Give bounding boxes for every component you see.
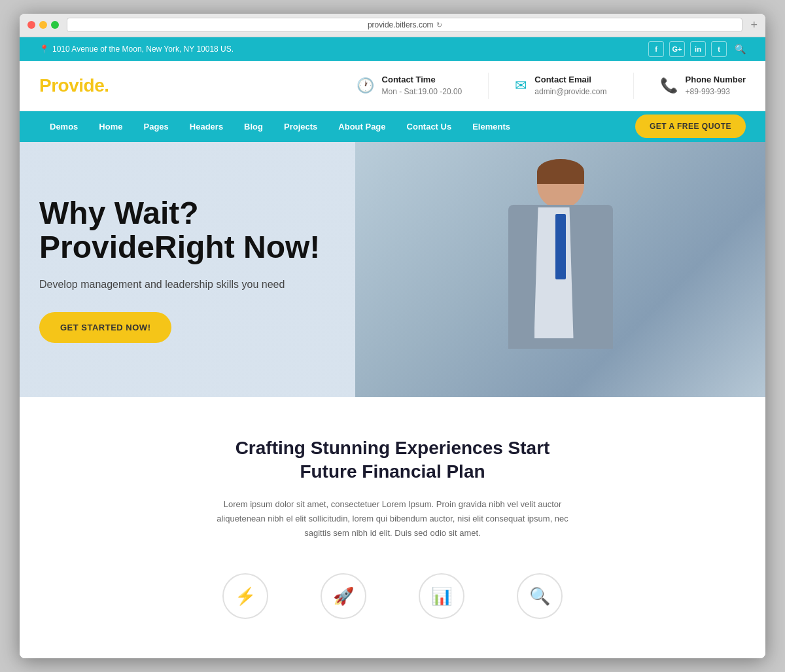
browser-addressbar[interactable]: provide.bitlers.com ↻ — [67, 18, 742, 32]
contact-email-text: Contact Email admin@provide.com — [534, 74, 606, 97]
dot-yellow[interactable] — [39, 21, 47, 29]
top-bar-right: f G+ in t 🔍 — [648, 41, 746, 57]
refresh-icon[interactable]: ↻ — [436, 21, 442, 29]
feature-chart-icon[interactable]: 📊 — [419, 573, 464, 619]
location-icon: 📍 — [39, 44, 49, 54]
nav-projects[interactable]: Projects — [273, 111, 328, 142]
address-text: 1010 Avenue of the Moon, New York, NY 10… — [52, 44, 234, 54]
hero-content: Why Wait? ProvideRight Now! Develop mana… — [39, 196, 320, 344]
info-section: Crafting Stunning Experiences Start Futu… — [20, 397, 765, 658]
phone-text: Phone Number +89-993-993 — [686, 74, 746, 97]
new-tab-button[interactable]: + — [750, 18, 758, 32]
twitter-icon[interactable]: t — [711, 41, 727, 57]
nav-home[interactable]: Home — [88, 111, 133, 142]
browser-titlebar: provide.bitlers.com ↻ + — [20, 14, 765, 37]
nav-demos[interactable]: Demos — [39, 111, 88, 142]
nav-elements[interactable]: Elements — [462, 111, 521, 142]
hero-subtitle: Develop management and leadership skills… — [39, 277, 320, 292]
linkedin-icon[interactable]: in — [690, 41, 706, 57]
contact-time-label: Contact Time — [382, 74, 462, 86]
nav-items: Demos Home Pages Headers Blog Projects A… — [39, 111, 521, 142]
nav-about-page[interactable]: About Page — [328, 111, 396, 142]
contact-time-text: Contact Time Mon - Sat:19.00 -20.00 — [382, 74, 462, 97]
top-bar: 📍 1010 Avenue of the Moon, New York, NY … — [20, 37, 765, 61]
phone-item: 📞 Phone Number +89-993-993 — [660, 74, 746, 97]
header-info: 🕐 Contact Time Mon - Sat:19.00 -20.00 ✉ … — [357, 73, 746, 99]
nav-pages[interactable]: Pages — [133, 111, 179, 142]
site-header: Provide. 🕐 Contact Time Mon - Sat:19.00 … — [20, 61, 765, 111]
nav-blog[interactable]: Blog — [234, 111, 273, 142]
navbar: Demos Home Pages Headers Blog Projects A… — [20, 111, 765, 142]
feature-rocket-icon[interactable]: 🚀 — [321, 573, 366, 619]
feature-search-icon[interactable]: 🔍 — [517, 573, 563, 619]
info-title: Crafting Stunning Experiences Start Futu… — [39, 436, 746, 484]
website-content: 📍 1010 Avenue of the Moon, New York, NY … — [20, 37, 765, 658]
email-icon: ✉ — [515, 77, 527, 94]
info-title-line1: Crafting Stunning Experiences Start — [236, 438, 550, 458]
logo-text: Provide — [39, 75, 104, 96]
clock-icon: 🕐 — [357, 77, 374, 94]
info-body-text: Lorem ipsum dolor sit amet, consectetuer… — [209, 497, 576, 540]
logo-dot: . — [104, 75, 109, 96]
top-bar-address: 📍 1010 Avenue of the Moon, New York, NY … — [39, 44, 234, 54]
dot-green[interactable] — [51, 21, 59, 29]
header-divider-2 — [633, 73, 634, 99]
feature-icons-row: ⚡ 🚀 📊 🔍 — [39, 567, 746, 632]
site-logo: Provide. — [39, 75, 109, 96]
contact-email-item: ✉ Contact Email admin@provide.com — [515, 74, 606, 97]
facebook-icon[interactable]: f — [648, 41, 664, 57]
contact-email-label: Contact Email — [534, 74, 606, 86]
hero-title-line2: ProvideRight Now! — [39, 230, 320, 264]
get-quote-button[interactable]: GET A FREE QUOTE — [635, 115, 746, 138]
get-started-button[interactable]: GET STARTED NOW! — [39, 312, 171, 343]
phone-label: Phone Number — [686, 74, 746, 86]
phone-icon: 📞 — [660, 77, 678, 94]
lightning-symbol: ⚡ — [235, 586, 256, 607]
contact-time-value: Mon - Sat:19.00 -20.00 — [382, 86, 462, 97]
googleplus-icon[interactable]: G+ — [669, 41, 685, 57]
hero-background-image — [355, 142, 765, 397]
dot-red[interactable] — [27, 21, 35, 29]
phone-value: +89-993-993 — [686, 86, 746, 97]
feature-lightning-icon[interactable]: ⚡ — [222, 573, 268, 619]
rocket-symbol: 🚀 — [333, 586, 354, 607]
chart-symbol: 📊 — [431, 586, 452, 607]
hero-title-line1: Why Wait? — [39, 196, 199, 230]
contact-time-item: 🕐 Contact Time Mon - Sat:19.00 -20.00 — [357, 74, 462, 97]
search-symbol: 🔍 — [529, 586, 550, 607]
browser-window: provide.bitlers.com ↻ + 📍 1010 Avenue of… — [20, 14, 765, 658]
nav-contact[interactable]: Contact Us — [396, 111, 462, 142]
nav-headers[interactable]: Headers — [179, 111, 234, 142]
hero-section: Why Wait? ProvideRight Now! Develop mana… — [20, 142, 765, 397]
url-text: provide.bitlers.com — [368, 20, 434, 29]
search-icon-top[interactable]: 🔍 — [735, 44, 746, 54]
header-divider-1 — [488, 73, 489, 99]
hero-title: Why Wait? ProvideRight Now! — [39, 196, 320, 266]
browser-dots — [27, 21, 59, 29]
info-title-line2: Future Financial Plan — [300, 461, 485, 482]
contact-email-value: admin@provide.com — [534, 86, 606, 97]
